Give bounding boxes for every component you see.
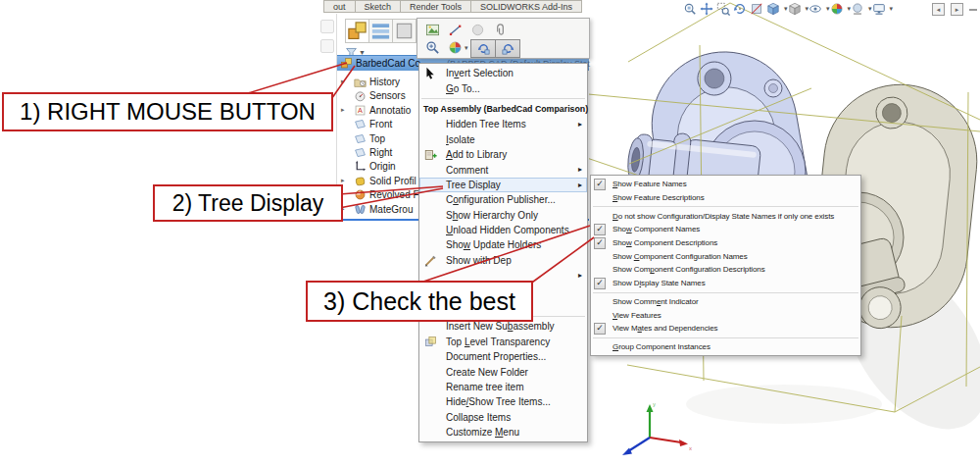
reload-left-toggle[interactable] (470, 39, 496, 58)
tree-item-label: History (369, 77, 400, 87)
menu-item-show-feature-descriptions[interactable]: Show Feature Descriptions (591, 191, 860, 205)
scene-button[interactable] (851, 2, 864, 16)
command-tab-sketch[interactable]: Sketch (355, 0, 402, 13)
transparency-icon (424, 336, 437, 348)
appearance-button[interactable] (830, 2, 844, 16)
pan-icon (700, 2, 713, 16)
rotate-view-button[interactable] (733, 2, 747, 16)
menu-item-group-component-instances[interactable]: Group Component Instances (591, 340, 860, 354)
menu-item-tree-display[interactable]: Tree Display▸ (419, 178, 587, 192)
minimize-icon[interactable] (969, 9, 977, 11)
menu-item-isolate[interactable]: Isolate (419, 132, 587, 147)
menu-item-document-properties-[interactable]: Document Properties... (419, 349, 587, 364)
menu-item-show-with-dep[interactable]: Show with Dep (419, 253, 587, 268)
menu-item-show-display-state-names[interactable]: ✓Show Display State Names (591, 277, 860, 290)
callout-step2: 2) Tree Display (153, 184, 343, 222)
menu-item-view-features[interactable]: View Features (591, 308, 860, 322)
history-folder-icon (354, 76, 367, 88)
checkmark-icon[interactable]: ✓ (594, 179, 606, 190)
hide-show-items-button[interactable] (808, 2, 822, 16)
paperclip-icon[interactable] (493, 23, 508, 37)
menu-item-customize-menu[interactable]: Customize Menu (419, 425, 587, 440)
menu-item-configuration-publisher-[interactable]: Configuration Publisher... (419, 192, 587, 207)
menu-item-show-component-configuration-description[interactable]: Show Component Configuration Description… (591, 263, 860, 277)
command-tabs: outSketchRender ToolsSOLIDWORKS Add-Ins (323, 0, 581, 13)
tree-root-label: BarbedCad Co (356, 58, 420, 69)
menu-item-show-component-configuration-names[interactable]: Show Component Configuration Names (591, 249, 860, 263)
expand-arrow-icon[interactable]: ▸ (341, 78, 345, 85)
mategroup-icon (354, 203, 367, 216)
checkmark-icon[interactable]: ✓ (594, 224, 606, 235)
command-tab-render-tools[interactable]: Render Tools (400, 0, 471, 13)
menu-item-hidden-tree-items[interactable]: Hidden Tree Items▸ (419, 117, 587, 131)
zoom-fit-button[interactable] (683, 2, 697, 16)
expand-arrow-icon[interactable]: ▸ (341, 177, 345, 184)
tab-propertymanager[interactable] (392, 19, 416, 43)
menu-item-create-new-folder[interactable]: Create New Folder (419, 364, 587, 379)
view-settings-icon (872, 2, 886, 16)
tree-item-label: Annotatio (369, 105, 411, 116)
tree-item-label: Revolved F (369, 189, 419, 200)
appearance-image-icon[interactable] (425, 23, 440, 37)
command-tab-out[interactable]: out (323, 0, 356, 13)
zoom-area-button[interactable] (716, 2, 730, 16)
menu-item-label: Show Component Configuration Names (612, 252, 748, 261)
menu-item-show-hierarchy-only[interactable]: Show Hierarchy Only (419, 208, 587, 223)
dim-sphere-icon[interactable] (470, 23, 485, 37)
menu-item-add-to-library[interactable]: Add to Library (419, 147, 587, 162)
tab-displaymanager[interactable] (368, 19, 393, 43)
property-manager-icon (393, 20, 416, 42)
appearance-sphere-icon[interactable] (448, 40, 463, 55)
chevron-down-icon[interactable]: ▾ (465, 44, 468, 52)
menu-item-show-comment-indicator[interactable]: Show Comment Indicator (591, 295, 860, 309)
reload-right-toggle[interactable] (495, 39, 520, 58)
menu-item-go-to-[interactable]: Go To... (419, 80, 587, 95)
menu-item-top-level-transparency[interactable]: Top Level Transparency (419, 335, 587, 349)
menu-item-show-component-descriptions[interactable]: ✓Show Component Descriptions (591, 236, 860, 250)
solidworks-window: y x ▾▾▾▾▾▾ ◂▸ outSketchRender ToolsSOLID… (0, 0, 980, 466)
view-cube-button[interactable] (766, 2, 780, 16)
display-style-button[interactable] (788, 2, 802, 16)
callout-step3: 3) Check the best (306, 281, 533, 322)
magnifier-icon[interactable] (425, 40, 440, 55)
pane-previous-icon[interactable]: ◂ (932, 3, 945, 16)
menu-item-collapse-items[interactable]: Collapse Items (419, 410, 587, 425)
pan-button[interactable] (700, 2, 713, 16)
assembly-icon (340, 57, 353, 70)
menu-separator (593, 292, 858, 293)
chevron-down-icon[interactable]: ▾ (890, 5, 894, 13)
menu-item-show-feature-names[interactable]: ✓Show Feature Names (591, 178, 860, 191)
expand-arrow-icon[interactable]: ▸ (341, 106, 345, 114)
checkmark-icon[interactable]: ✓ (594, 237, 606, 249)
display-style-icon (788, 2, 802, 16)
command-tab-solidworks-add-ins[interactable]: SOLIDWORKS Add-Ins (470, 0, 582, 13)
menu-item-show-component-names[interactable]: ✓Show Component Names (591, 223, 860, 236)
menu-item-unload-hidden-components[interactable]: Unload Hidden Components (419, 223, 587, 237)
tree-item-label: Front (369, 119, 392, 129)
menu-item-label: Group Component Instances (612, 342, 710, 351)
assembly-icon (346, 20, 368, 42)
menu-item-label: Show Feature Names (612, 180, 687, 188)
menu-item-do-not-show-configuration-display-state-[interactable]: Do not show Configuration/Display State … (591, 209, 860, 223)
menu-item-invert-selection[interactable]: Invert Selection (419, 66, 587, 80)
view-settings-button[interactable] (872, 2, 886, 16)
rotate-view-icon (733, 2, 747, 16)
menu-item-view-mates-and-dependencies[interactable]: ✓View Mates and Dependencies (591, 322, 860, 336)
menu-item-label: Isolate (446, 134, 474, 145)
checkmark-icon[interactable]: ✓ (594, 323, 606, 335)
menu-item-rename-tree-item[interactable]: Rename tree item (419, 380, 587, 394)
tab-featuremanager[interactable] (345, 19, 369, 43)
heads-up-view-toolbar: ▾▾▾▾▾▾ (683, 2, 893, 16)
menu-item-label: Configuration Publisher... (446, 194, 556, 205)
menu-item-label: Show with Dep (446, 255, 512, 266)
menu-item-label: Top Level Transparency (446, 337, 550, 347)
plane-icon (354, 146, 367, 159)
sketch-line-icon[interactable] (448, 23, 463, 37)
menu-item-show-update-holders[interactable]: Show Update Holders (419, 237, 587, 252)
pane-next-icon[interactable]: ▸ (951, 3, 963, 16)
section-view-button[interactable] (750, 2, 763, 16)
menu-item-comment[interactable]: Comment▸ (419, 162, 587, 177)
display-manager-icon (369, 20, 392, 42)
checkmark-icon[interactable]: ✓ (594, 278, 606, 289)
menu-item-hide-show-tree-items-[interactable]: Hide/Show Tree Items... (419, 394, 587, 409)
